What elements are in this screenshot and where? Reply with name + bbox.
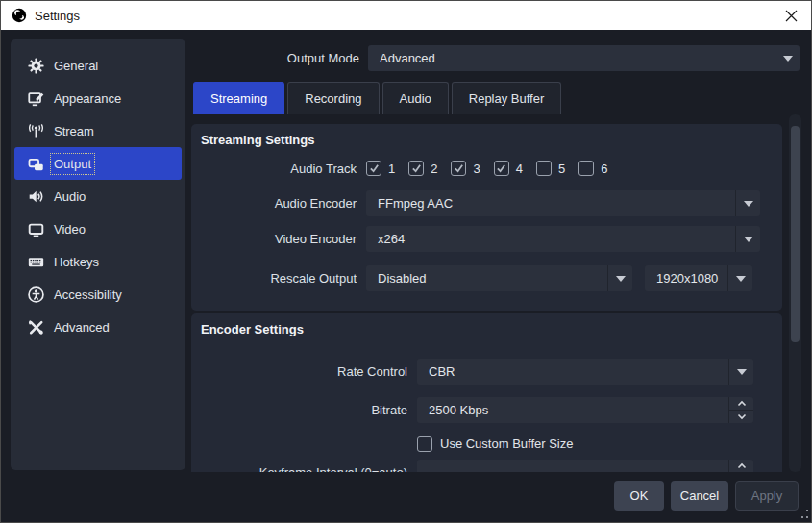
video-encoder-row: Video Encoder x264 bbox=[201, 226, 770, 252]
chevron-down-icon bbox=[737, 413, 747, 420]
sidebar-item-accessibility[interactable]: Accessibility bbox=[14, 278, 182, 311]
scrollbar-thumb[interactable] bbox=[791, 126, 800, 342]
window-title: Settings bbox=[35, 9, 80, 23]
chevron-down-icon bbox=[775, 45, 800, 71]
keyframe-interval-row: Keyframe Interval (0=auto) bbox=[201, 460, 770, 472]
output-mode-select[interactable]: Advanced bbox=[368, 45, 800, 71]
resize-grip[interactable] bbox=[799, 510, 808, 519]
audio-track-4-checkbox[interactable] bbox=[494, 161, 509, 176]
sidebar-item-label: Stream bbox=[54, 124, 94, 138]
check-icon bbox=[454, 163, 464, 173]
check-icon bbox=[411, 163, 422, 173]
rate-control-row: Rate Control CBR bbox=[201, 359, 770, 385]
spin-down-button[interactable] bbox=[729, 411, 753, 423]
settings-scroll-area: Streaming Settings Audio Track 1 2 3 4 5… bbox=[191, 114, 784, 472]
use-custom-buffer-label: Use Custom Buffer Size bbox=[440, 436, 573, 451]
chevron-down-icon bbox=[735, 190, 760, 216]
rescale-output-row: Rescale Output Disabled 1920x1080 bbox=[201, 265, 770, 291]
rate-control-label: Rate Control bbox=[201, 364, 417, 379]
encoder-settings-title: Encoder Settings bbox=[201, 322, 304, 336]
chevron-down-icon bbox=[728, 359, 753, 385]
streaming-settings-title: Streaming Settings bbox=[201, 133, 314, 147]
spin-up-button[interactable] bbox=[729, 397, 753, 411]
apply-button[interactable]: Apply bbox=[735, 481, 799, 511]
audio-encoder-label: Audio Encoder bbox=[201, 196, 366, 211]
audio-encoder-row: Audio Encoder FFmpeg AAC bbox=[201, 190, 770, 216]
audio-encoder-select[interactable]: FFmpeg AAC bbox=[366, 190, 760, 216]
audio-track-row: Audio Track 1 2 3 4 5 6 bbox=[201, 160, 770, 177]
audio-track-3-checkbox[interactable] bbox=[451, 161, 466, 176]
sidebar-item-label: Output bbox=[54, 157, 91, 171]
rescale-resolution-select[interactable]: 1920x1080 bbox=[645, 265, 752, 291]
appearance-icon bbox=[28, 90, 44, 107]
titlebar: Settings bbox=[1, 1, 811, 30]
rate-control-select[interactable]: CBR bbox=[417, 359, 753, 385]
output-mode-label: Output Mode bbox=[193, 51, 368, 65]
close-icon bbox=[785, 10, 798, 22]
audio-track-2-checkbox[interactable] bbox=[408, 161, 424, 176]
speaker-icon bbox=[28, 188, 44, 205]
video-encoder-select[interactable]: x264 bbox=[366, 226, 760, 252]
spin-up-button[interactable] bbox=[729, 460, 753, 472]
chevron-down-icon bbox=[727, 265, 752, 291]
audio-track-checkboxes: 1 2 3 4 5 6 bbox=[366, 161, 621, 176]
close-button[interactable] bbox=[778, 1, 803, 30]
custom-buffer-row: Use Custom Buffer Size bbox=[201, 436, 770, 452]
chevron-up-icon bbox=[737, 462, 747, 469]
tab-streaming[interactable]: Streaming bbox=[193, 82, 284, 114]
tab-replay-buffer[interactable]: Replay Buffer bbox=[452, 82, 562, 114]
bitrate-label: Bitrate bbox=[201, 403, 417, 417]
sidebar-item-label: Advanced bbox=[54, 320, 110, 335]
tab-recording[interactable]: Recording bbox=[287, 82, 379, 114]
keyboard-icon bbox=[28, 254, 44, 270]
chevron-down-icon bbox=[735, 226, 760, 252]
sidebar-item-label: General bbox=[54, 59, 98, 73]
settings-sidebar: General Appearance bbox=[11, 39, 185, 470]
tools-icon bbox=[28, 319, 44, 336]
cancel-button[interactable]: Cancel bbox=[671, 481, 728, 511]
sidebar-item-hotkeys[interactable]: Hotkeys bbox=[14, 245, 182, 278]
antenna-icon bbox=[28, 123, 44, 139]
sidebar-item-label: Video bbox=[54, 222, 86, 237]
sidebar-item-appearance[interactable]: Appearance bbox=[14, 82, 182, 114]
audio-track-1-checkbox[interactable] bbox=[366, 161, 381, 176]
rescale-output-select[interactable]: Disabled bbox=[366, 265, 632, 291]
tab-audio[interactable]: Audio bbox=[382, 82, 449, 114]
chevron-up-icon bbox=[737, 400, 747, 407]
ok-button[interactable]: OK bbox=[614, 481, 664, 511]
sidebar-item-stream[interactable]: Stream bbox=[14, 114, 182, 147]
output-tabs: Streaming Recording Audio Replay Buffer bbox=[193, 82, 561, 114]
streaming-settings-group: Streaming Settings Audio Track 1 2 3 4 5… bbox=[191, 124, 782, 311]
audio-track-label: Audio Track bbox=[201, 162, 366, 176]
accessibility-icon bbox=[28, 286, 44, 303]
chevron-down-icon bbox=[607, 265, 632, 291]
audio-track-6-checkbox[interactable] bbox=[578, 161, 594, 176]
sidebar-item-label: Audio bbox=[54, 189, 86, 204]
vertical-scrollbar[interactable] bbox=[789, 114, 801, 472]
bitrate-row: Bitrate 2500 Kbps bbox=[201, 397, 770, 423]
encoder-settings-group: Encoder Settings Rate Control CBR Bitrat… bbox=[191, 313, 782, 472]
display-icon bbox=[28, 221, 44, 237]
sidebar-item-label: Accessibility bbox=[54, 287, 122, 302]
sidebar-item-video[interactable]: Video bbox=[14, 212, 182, 245]
check-icon bbox=[496, 163, 506, 173]
sidebar-item-audio[interactable]: Audio bbox=[14, 180, 182, 212]
rescale-output-label: Rescale Output bbox=[201, 271, 366, 286]
dialog-footer: OK Cancel Apply bbox=[1, 481, 799, 511]
sidebar-item-label: Appearance bbox=[54, 91, 121, 106]
settings-window: Settings bbox=[0, 0, 812, 523]
use-custom-buffer-checkbox[interactable] bbox=[417, 436, 432, 452]
gear-icon bbox=[28, 58, 44, 74]
sidebar-item-output[interactable]: Output bbox=[14, 147, 182, 180]
output-mode-row: Output Mode Advanced bbox=[193, 45, 800, 71]
keyframe-interval-stepper[interactable] bbox=[417, 460, 753, 472]
sidebar-item-advanced[interactable]: Advanced bbox=[14, 311, 182, 343]
sidebar-item-general[interactable]: General bbox=[14, 49, 182, 82]
video-encoder-label: Video Encoder bbox=[201, 232, 366, 246]
sidebar-item-label: Hotkeys bbox=[54, 255, 99, 269]
keyframe-interval-label: Keyframe Interval (0=auto) bbox=[201, 465, 417, 472]
audio-track-5-checkbox[interactable] bbox=[536, 161, 552, 176]
output-screens-icon bbox=[28, 156, 44, 172]
bitrate-stepper[interactable]: 2500 Kbps bbox=[417, 397, 753, 423]
check-icon bbox=[369, 163, 380, 173]
